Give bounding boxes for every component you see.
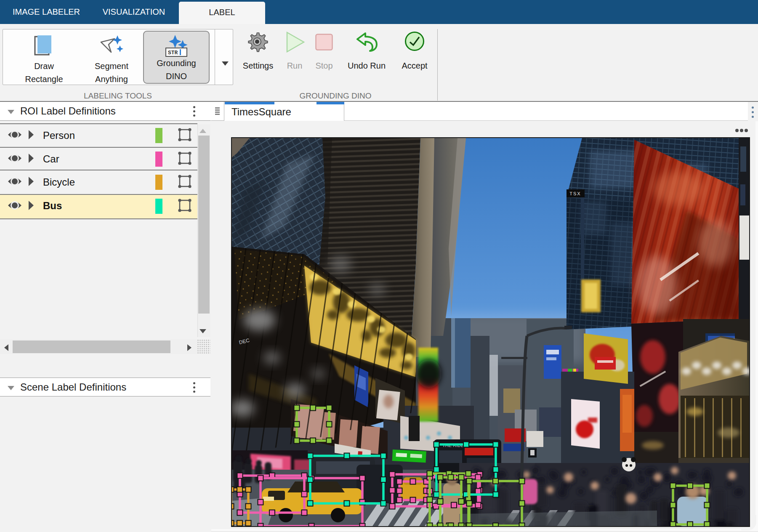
svg-text:TSX: TSX [569,191,581,196]
svg-text:STR: STR [168,50,178,56]
